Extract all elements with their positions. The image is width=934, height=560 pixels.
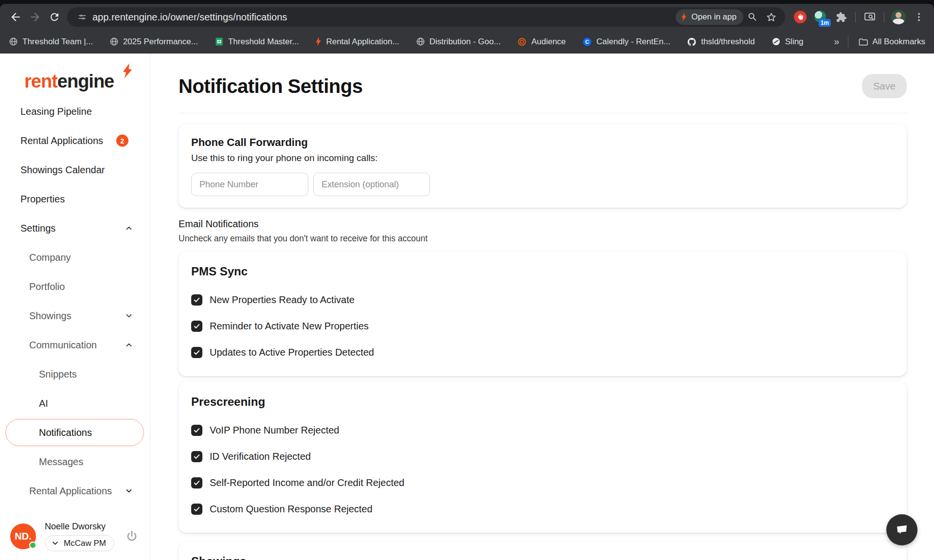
company-selector[interactable]: McCaw PM [45,535,114,551]
bookmark-star-button[interactable] [762,8,780,26]
tab-search-device-button[interactable] [861,8,879,26]
extensions-menu-button[interactable] [832,8,850,26]
sidebar-item-company[interactable]: Company [0,243,150,272]
checkbox-label: VoIP Phone Number Rejected [210,425,339,436]
bookmark-item[interactable]: Audience [517,37,566,47]
github-icon [687,37,697,47]
nav-label: AI [39,398,48,409]
bookmark-label: Rental Application... [326,37,399,47]
back-arrow-icon [9,11,22,23]
sidebar-item-notifications[interactable]: Notifications [0,418,150,447]
bookmarks-right-area: » All Bookmarks [834,36,925,47]
url-text[interactable]: app.rentengine.io/owner/settings/notific… [92,12,676,23]
search-tabs-button[interactable] [743,8,762,26]
chevron-down-icon [125,487,133,495]
checkbox-row-income-credit[interactable]: Self-Reported Income and/or Credit Rejec… [191,476,894,489]
extension-input[interactable] [313,173,430,196]
checkbox-checked-icon[interactable] [191,451,202,462]
nav-label: Portfolio [29,281,65,292]
checkbox-checked-icon[interactable] [191,504,202,515]
open-in-app-button[interactable]: Open in app [676,9,743,25]
browser-menu-button[interactable] [910,8,928,26]
rentengine-logo[interactable]: rentengine [24,71,126,92]
browser-toolbar: app.rentengine.io/owner/settings/notific… [0,4,934,30]
bookmark-item[interactable]: Rental Application... [315,37,399,47]
reload-button[interactable] [45,7,64,27]
bookmark-item[interactable]: Distribution - Goo... [416,37,501,47]
globe-icon [109,37,119,46]
prescreening-card: Prescreening VoIP Phone Number Rejected … [179,382,907,533]
checkbox-checked-icon[interactable] [191,294,202,306]
sidebar-item-communication[interactable]: Communication [0,330,150,360]
online-status-dot [29,542,36,549]
url-bar[interactable]: app.rentengine.io/owner/settings/notific… [67,7,785,27]
sidebar-item-rental-applications-settings[interactable]: Rental Applications [0,476,150,506]
sidebar-item-leasing-pipeline[interactable]: Leasing Pipeline [0,97,150,126]
logo-part-rent: rent [24,71,57,91]
bookmark-item[interactable]: thsld/threshold [687,37,755,47]
star-icon [766,12,777,23]
checkbox-label: Updates to Active Properties Detected [210,347,374,358]
phone-card-title: Phone Call Forwarding [191,136,894,149]
company-name: McCaw PM [64,539,106,548]
phone-card-subtitle: Use this to ring your phone on incoming … [191,152,894,164]
nav-label: Showings [29,310,72,322]
bookmark-item[interactable]: Threshold Team |... [9,37,93,47]
adblocker-extension-button[interactable] [791,8,809,26]
back-button[interactable] [6,7,25,27]
chevron-up-icon [125,341,133,349]
sidebar-item-showings[interactable]: Showings [0,301,150,330]
sidebar-item-properties[interactable]: Properties [0,184,150,214]
checkbox-checked-icon[interactable] [191,321,202,332]
globe-icon [416,37,425,46]
checkbox-row-updates-detected[interactable]: Updates to Active Properties Detected [191,346,894,359]
sidebar-item-settings[interactable]: Settings [0,214,150,243]
power-icon [126,530,138,543]
bookmark-label: Audience [531,37,566,47]
globe-icon [9,37,18,46]
save-button[interactable]: Save [862,74,907,98]
bookmarks-overflow-button[interactable]: » [834,36,838,47]
chevron-down-icon [52,540,59,547]
user-meta: Noelle Dworsky McCaw PM [45,522,114,551]
timer-extension-button[interactable]: 1m [811,8,830,26]
checkbox-checked-icon[interactable] [191,347,202,358]
checkbox-row-reminder-activate[interactable]: Reminder to Activate New Properties [191,320,894,332]
checkbox-checked-icon[interactable] [191,477,202,488]
checkbox-row-custom-question[interactable]: Custom Question Response Rejected [191,503,894,515]
profile-button[interactable] [889,8,908,26]
bookmark-item[interactable]: Sling [772,37,804,47]
chat-widget-button[interactable] [886,514,917,545]
sidebar-item-ai[interactable]: AI [0,389,150,418]
checkbox-checked-icon[interactable] [191,425,202,436]
sidebar-item-snippets[interactable]: Snippets [0,360,150,389]
audience-rings-icon [517,37,527,47]
sidebar-item-showings-calendar[interactable]: Showings Calendar [0,155,150,184]
showings-card: Showings [179,542,907,560]
sidebar-item-rental-applications[interactable]: Rental Applications 2 [0,126,150,155]
nav-label: Communication [29,340,97,351]
user-block: ND. Noelle Dworsky McCaw PM [0,522,150,551]
checkbox-row-id-verification[interactable]: ID Verification Rejected [191,450,894,463]
bookmark-item[interactable]: Threshold Master... [215,37,299,47]
nav-label: Rental Applications [20,135,103,146]
phone-number-input[interactable] [191,173,308,196]
forward-arrow-icon [29,11,41,23]
sidebar-item-messages[interactable]: Messages [0,447,150,476]
reload-icon [49,11,60,23]
kebab-menu-icon [914,12,924,22]
user-initials: ND. [15,531,31,542]
site-info-icon[interactable] [74,9,90,25]
search-icon [747,12,758,22]
checkbox-label: Custom Question Response Rejected [210,504,373,515]
forward-button[interactable] [25,7,45,27]
checkbox-row-voip-rejected[interactable]: VoIP Phone Number Rejected [191,424,894,436]
nav-label: Rental Applications [29,486,112,497]
bookmark-item[interactable]: 2025 Performance... [109,37,198,47]
sidebar-item-portfolio[interactable]: Portfolio [0,272,150,301]
showings-title: Showings [191,554,894,560]
bookmark-item[interactable]: C Calendly - RentEn... [582,37,670,47]
checkbox-row-new-properties[interactable]: New Properties Ready to Activate [191,293,894,306]
logout-button[interactable] [124,528,140,545]
all-bookmarks-button[interactable]: All Bookmarks [858,37,925,47]
